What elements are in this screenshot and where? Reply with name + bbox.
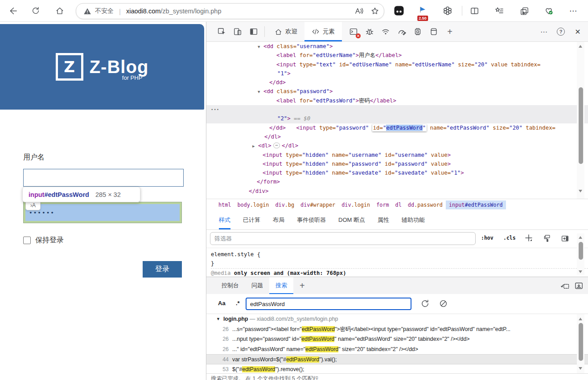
password-input-highlight-overlay[interactable]: •••••• [23,202,182,223]
media-query-rule[interactable]: @media only screen and (max-width: 768px… [211,268,588,277]
styles-scrollbar[interactable] [577,233,584,275]
styles-filter-input[interactable] [210,232,476,245]
code-line[interactable]: </dd> [206,123,588,132]
tab-styles[interactable]: 样式 [219,211,230,229]
side-panel-icon[interactable] [246,24,262,40]
breadcrumb-item[interactable]: div.bg [272,200,297,209]
tab-layout[interactable]: 布局 [273,211,284,229]
back-button[interactable] [4,2,21,20]
breadcrumb-item[interactable]: div.login [338,200,373,209]
computed-sidebar-toggle-icon[interactable] [561,234,569,243]
breadcrumb-item[interactable]: body.login [234,200,272,209]
add-tool-tab[interactable]: + [442,24,458,40]
tab-event-listeners[interactable]: 事件侦听器 [297,211,326,229]
node-more-actions[interactable]: ••• [211,105,219,114]
scroll-down-arrow[interactable] [579,270,582,273]
extension-dark-icon[interactable] [390,2,408,20]
search-refresh-icon[interactable] [420,299,430,308]
code-line[interactable]: <input type="hidden" name="username" id=… [206,151,588,159]
split-screen-icon[interactable] [465,2,483,20]
scroll-down-arrow[interactable] [579,190,582,192]
code-line[interactable]: <input type="hidden" name="savedate" id=… [206,168,588,177]
code-line[interactable]: </dd> [206,78,588,87]
browser-essentials-icon[interactable] [540,2,558,20]
undock-drawer-icon[interactable] [560,281,570,290]
tab-dom-breakpoints[interactable]: DOM 断点 [338,211,365,229]
application-storage-icon[interactable] [426,24,442,40]
element-style-rule-close[interactable]: } [211,259,588,268]
elements-scrollbar[interactable] [577,42,584,199]
devtools-close-button[interactable]: ✕ [569,23,586,40]
tab-issues[interactable]: 问题 [245,277,269,294]
flag-extension-icon[interactable]: 2.50 [414,2,432,20]
search-result-row[interactable]: 26..." id="edtPassWord" name="edtPassWor… [206,344,588,354]
search-result-row-selected[interactable]: 44var strPassWord=$("#edtPassWord").val(… [206,354,588,364]
element-style-rule-open[interactable]: element.style { [211,250,588,259]
breadcrumb-item[interactable]: div#wrapper [297,200,338,209]
tab-properties[interactable]: 属性 [378,211,389,229]
code-line[interactable]: "1"> [206,69,588,78]
tab-console[interactable]: 控制台 [215,277,245,294]
tab-computed[interactable]: 已计算 [243,211,260,229]
read-aloud-icon[interactable] [354,7,363,16]
device-toolbar-icon[interactable] [230,24,246,40]
expand-arrow[interactable]: ▼ [216,317,220,321]
console-tool-icon[interactable] [345,24,362,40]
inspect-element-icon[interactable] [214,24,230,40]
extension-flower-icon[interactable] [439,2,456,20]
devtools-more-options[interactable]: ⋯ [535,23,552,40]
search-result-row[interactable]: 53$("#edtPassWord").remove(); [206,364,588,373]
address-bar[interactable]: 不安全 | xiaodi8.com/zb_system/login.php [76,3,384,19]
drawer-add-tab[interactable]: + [293,277,311,294]
search-input[interactable] [246,298,411,310]
pseudo-state-toggle[interactable]: :hov [481,235,493,241]
search-result-row[interactable]: 26...s="password"><label for="edtPassWor… [206,324,588,334]
breadcrumb-item-selected[interactable]: input#edtPassWord [446,200,506,209]
tab-groups-icon[interactable] [515,2,533,20]
code-line-selected[interactable]: "2"> == $0 [206,114,588,123]
code-line[interactable]: ▼<dd class="password"> [206,87,588,96]
scroll-up-arrow[interactable] [579,45,582,48]
code-line[interactable]: <label for="edtUserName">用户名</label> [206,51,588,60]
debugger-bug-icon[interactable] [362,24,378,40]
breadcrumb-item[interactable]: html [215,200,234,209]
code-line[interactable]: </div> [206,187,588,196]
search-clear-icon[interactable] [439,299,448,308]
code-line[interactable]: ▼<dd class="username"> [206,42,588,51]
code-line[interactable]: </dl> [206,132,588,141]
class-toggle[interactable]: .cls [503,235,516,241]
url-domain[interactable]: xiaodi8.com [126,8,160,15]
favorite-star-icon[interactable] [370,7,379,16]
scrollbar-thumb[interactable] [579,242,583,260]
tab-search[interactable]: 搜索 [269,277,293,294]
code-line[interactable]: <input type="hidden" name="password" id=… [206,159,588,168]
devtools-help-button[interactable]: ? [552,23,569,40]
performance-gauge-icon[interactable] [394,24,410,40]
search-result-row[interactable]: 26...nput type="password" id="edtPassWor… [206,334,588,344]
settings-more-icon[interactable]: ⋯ [564,2,582,20]
scrollbar-thumb[interactable] [579,87,583,164]
code-line[interactable]: <input type="text" id="edtUserName" name… [206,60,588,69]
breadcrumb-item[interactable]: dl [392,200,405,209]
security-label[interactable]: 不安全 [95,7,114,15]
breadcrumb-item[interactable]: form [373,200,392,209]
dock-drawer-icon[interactable] [574,281,584,290]
code-line-selected[interactable]: ••• <input type="password" id="edtPassWo… [206,105,588,114]
network-wifi-icon[interactable] [378,24,394,40]
search-result-file-header[interactable]: ▼login.php — xiaodi8.com/zb_system/login… [206,314,588,324]
new-style-rule-button[interactable] [524,233,534,243]
code-line[interactable]: <label for="edtPassWord">密码</label> [206,96,588,105]
memory-chip-icon[interactable] [410,24,426,40]
code-line[interactable]: ▶<dl>⋯</dl> [206,141,588,150]
match-case-toggle[interactable]: Aa [218,300,226,306]
results-scrollbar[interactable] [577,314,584,373]
format-brush-icon[interactable] [543,234,551,242]
url-path[interactable]: /zb_system/login.php [160,8,221,15]
tab-elements[interactable]: 元素 [304,22,342,41]
tab-accessibility[interactable]: 辅助功能 [402,211,425,229]
code-line[interactable]: </form> [206,177,588,186]
scroll-up-arrow[interactable] [579,318,582,320]
tab-welcome[interactable]: 欢迎 [267,22,304,41]
home-button[interactable] [51,2,69,20]
refresh-button[interactable] [27,2,45,20]
